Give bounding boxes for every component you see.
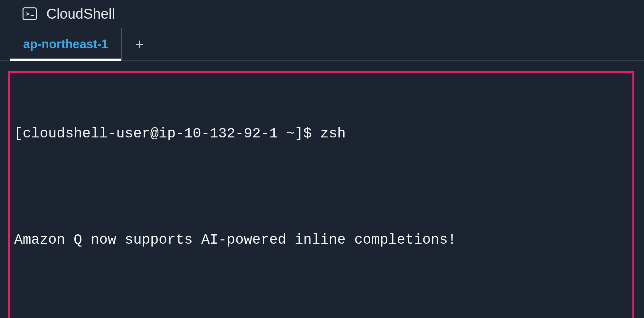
terminal-icon: > xyxy=(23,7,37,20)
add-tab-button[interactable]: + xyxy=(122,28,157,61)
tab-label: ap-northeast-1 xyxy=(23,37,108,51)
terminal-content[interactable]: [cloudshell-user@ip-10-132-92-1 ~]$ zsh … xyxy=(0,61,644,318)
highlight-annotation: [cloudshell-user@ip-10-132-92-1 ~]$ zsh … xyxy=(8,71,634,318)
plus-icon: + xyxy=(135,35,144,53)
tab-region[interactable]: ap-northeast-1 xyxy=(10,28,122,61)
header-bar: > CloudShell xyxy=(0,0,644,28)
tab-bar: ap-northeast-1 + xyxy=(0,28,644,61)
terminal-line-1: [cloudshell-user@ip-10-132-92-1 ~]$ zsh xyxy=(14,123,629,144)
app-title: CloudShell xyxy=(46,6,115,22)
terminal-line-2: Amazon Q now supports AI-powered inline … xyxy=(14,229,629,250)
